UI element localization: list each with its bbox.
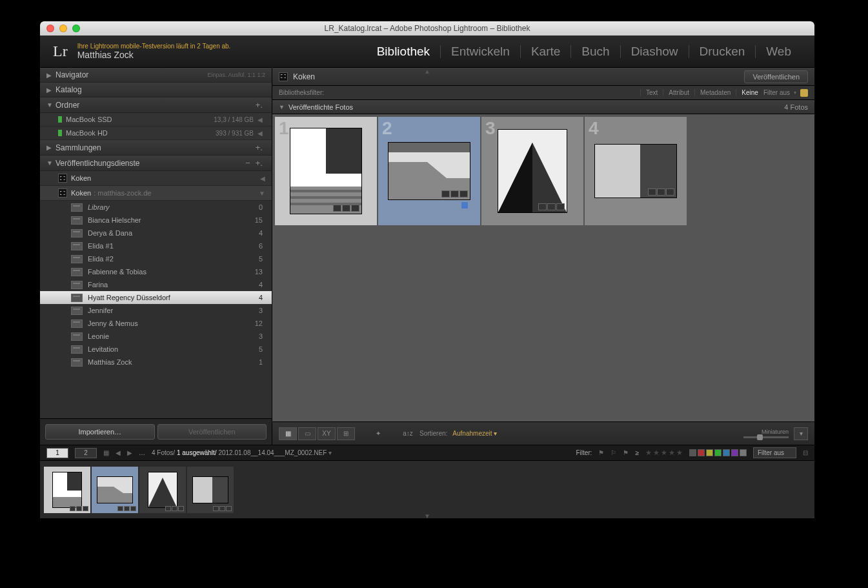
grid-icon[interactable]: ▦: [103, 449, 109, 456]
flag-pick-icon[interactable]: ⚑: [598, 449, 604, 456]
color-swatch[interactable]: [740, 449, 747, 456]
breadcrumb-dots[interactable]: …: [139, 449, 145, 456]
filter-preset-dropdown[interactable]: Filter aus: [763, 89, 790, 96]
service-name: Koken: [71, 189, 91, 197]
service-name: Koken: [71, 174, 91, 182]
publish-service-row[interactable]: ⛶ Koken ◀: [40, 171, 272, 186]
badge-icon: [441, 190, 450, 198]
folder-row[interactable]: Levitation5: [40, 343, 272, 356]
prev-icon[interactable]: ◀: [116, 449, 121, 456]
rating-ge-label[interactable]: ≥: [635, 449, 639, 456]
panel-navigator[interactable]: ▶ Navigator Einpas. Ausfül. 1:1 1:2: [40, 68, 272, 83]
module-web[interactable]: Web: [756, 45, 802, 59]
filter-tab-metadaten[interactable]: Metadaten: [694, 89, 736, 96]
thumbnail-size-slider[interactable]: [743, 436, 789, 438]
folder-name: Elida #1: [88, 242, 114, 250]
survey-view-icon[interactable]: ⊞: [337, 427, 355, 440]
filter-tab-attribut[interactable]: Attribut: [663, 89, 694, 96]
compare-view-icon[interactable]: XY: [318, 427, 336, 440]
badge-icon: [342, 205, 350, 212]
add-folder-icon[interactable]: +.: [253, 100, 265, 110]
folder-row[interactable]: Jennifer3: [40, 304, 272, 317]
color-swatch[interactable]: [731, 449, 738, 456]
flag-reject-icon[interactable]: ⚑: [623, 449, 629, 456]
folder-row[interactable]: Farina4: [40, 278, 272, 291]
loupe-view-icon[interactable]: ▭: [298, 427, 316, 440]
window-title: LR_Katalog.lrcat – Adobe Photoshop Light…: [40, 24, 814, 33]
filter-lock-icon[interactable]: ⊟: [803, 449, 808, 456]
add-service-icon[interactable]: +.: [253, 158, 265, 168]
add-collection-icon[interactable]: +.: [253, 143, 265, 152]
color-swatch[interactable]: [723, 449, 730, 456]
status-filename: 2012.01.08__14.04___MZ_0002.NEF: [218, 449, 327, 456]
color-swatch[interactable]: [689, 449, 696, 456]
spray-can-icon[interactable]: ✦: [372, 427, 385, 440]
color-swatch[interactable]: [714, 449, 722, 456]
left-panel: ▶ Navigator Einpas. Ausfül. 1:1 1:2 ▶ Ka…: [40, 68, 272, 445]
folder-count: 4: [259, 229, 263, 237]
color-swatch[interactable]: [698, 449, 705, 456]
folder-row[interactable]: Leonie3: [40, 330, 272, 343]
module-picker: Bibliothek Entwickeln Karte Buch Diashow…: [367, 45, 802, 59]
color-swatch[interactable]: [706, 449, 713, 456]
grid-cell[interactable]: 1: [275, 117, 377, 225]
navigator-zoom-levels[interactable]: Einpas. Ausfül. 1:1 1:2: [207, 72, 265, 78]
chevron-down-icon: ▼: [46, 159, 56, 167]
publish-action-button[interactable]: Veröffentlichen: [744, 70, 808, 83]
module-drucken[interactable]: Drucken: [689, 45, 756, 59]
collapse-bottom-icon[interactable]: ▼: [424, 512, 430, 518]
folder-row[interactable]: Library0: [40, 201, 272, 214]
lock-icon[interactable]: [800, 89, 808, 97]
module-bibliothek[interactable]: Bibliothek: [367, 45, 440, 59]
module-karte[interactable]: Karte: [521, 45, 570, 59]
module-entwickeln[interactable]: Entwickeln: [441, 45, 520, 59]
filmstrip-cell[interactable]: [44, 467, 90, 513]
collapse-top-icon[interactable]: ▲: [424, 68, 430, 75]
sort-direction-icon[interactable]: a↕z: [401, 427, 414, 440]
folder-icon: [71, 255, 83, 263]
svg-rect-1: [326, 128, 361, 174]
folder-row[interactable]: Elida #16: [40, 239, 272, 252]
remove-service-icon[interactable]: −: [243, 158, 253, 168]
identity-username[interactable]: Matthias Zock: [77, 50, 231, 60]
toolbar-menu-icon[interactable]: ▾: [794, 427, 808, 440]
filmstrip-cell[interactable]: [92, 467, 138, 513]
sammlungen-label: Sammlungen: [56, 143, 253, 152]
primary-display-button[interactable]: 1: [46, 448, 68, 458]
rating-filter[interactable]: ★★★★★: [645, 449, 683, 457]
folder-row[interactable]: Hyatt Regency Düsseldorf4: [40, 291, 272, 304]
publish-service-row[interactable]: ⛶ Koken : matthias-zock.de ▼: [40, 186, 272, 201]
disk-row[interactable]: MacBook HD 393 / 931 GB ◀: [40, 127, 272, 140]
folder-row[interactable]: Bianca Hielscher15: [40, 214, 272, 227]
secondary-display-button[interactable]: 2: [75, 448, 97, 458]
grid-view-icon[interactable]: ▦: [279, 427, 297, 440]
grid-cell[interactable]: 2: [378, 117, 480, 225]
filmstrip-cell[interactable]: [139, 467, 186, 513]
folder-row[interactable]: Fabienne & Tobias13: [40, 265, 272, 278]
publish-button[interactable]: Veröffentlichen: [157, 424, 267, 440]
panel-publish-services[interactable]: ▼ Veröffentlichungsdienste − +.: [40, 156, 272, 171]
folder-row[interactable]: Elida #25: [40, 252, 272, 265]
folder-row[interactable]: Matthias Zock1: [40, 356, 272, 369]
sort-dropdown[interactable]: Aufnahmezeit ▾: [452, 430, 497, 437]
panel-katalog[interactable]: ▶ Katalog: [40, 83, 272, 97]
panel-ordner[interactable]: ▼ Ordner +.: [40, 97, 272, 113]
flag-unflag-icon[interactable]: ⚐: [611, 449, 616, 456]
import-button[interactable]: Importieren…: [45, 424, 155, 440]
module-diashow[interactable]: Diashow: [621, 45, 689, 59]
badge-icon: [450, 190, 459, 198]
module-buch[interactable]: Buch: [571, 45, 620, 59]
folder-row[interactable]: Derya & Dana4: [40, 227, 272, 239]
filmstrip-cell[interactable]: [187, 467, 234, 513]
filter-tab-keine[interactable]: Keine: [736, 89, 763, 96]
grid-cell[interactable]: 3: [481, 117, 583, 225]
folder-row[interactable]: Jenny & Nemus12: [40, 317, 272, 330]
folder-icon: [71, 216, 83, 225]
next-icon[interactable]: ▶: [127, 449, 132, 456]
published-photos-header[interactable]: ▼ Veröffentlichte Fotos 4 Fotos: [272, 100, 814, 114]
filter-tab-text[interactable]: Text: [640, 89, 663, 96]
disk-row[interactable]: MacBook SSD 13,3 / 148 GB ◀: [40, 113, 272, 127]
panel-sammlungen[interactable]: ▶ Sammlungen +.: [40, 140, 272, 156]
grid-cell[interactable]: 4: [585, 117, 687, 225]
filter-preset-dropdown[interactable]: Filter aus: [753, 447, 796, 458]
